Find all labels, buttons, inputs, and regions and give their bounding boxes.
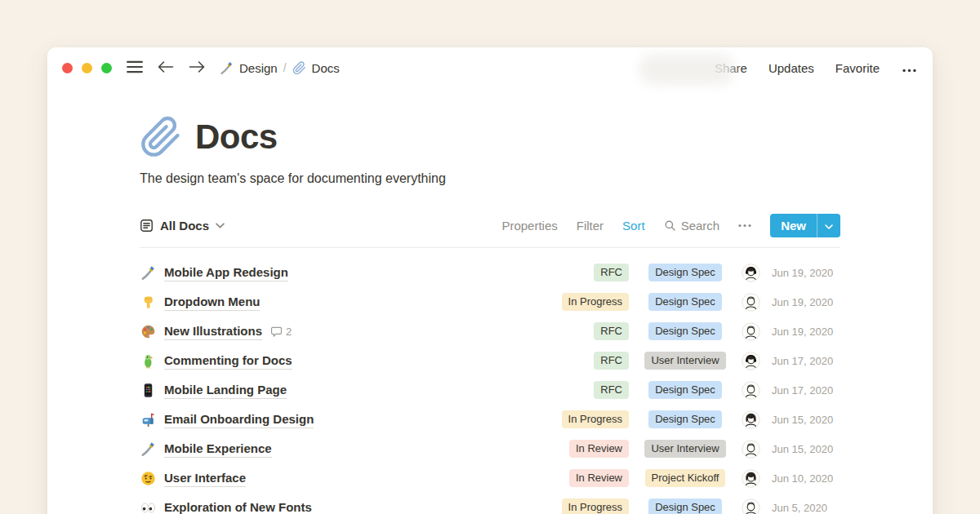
properties-button[interactable]: Properties — [501, 219, 557, 233]
category-badge: User Interview — [644, 440, 725, 458]
comment-count[interactable]: 2 — [270, 326, 292, 338]
more-options-button[interactable] — [901, 60, 918, 77]
doc-title-link[interactable]: Mobile Experience — [164, 441, 272, 458]
filter-button[interactable]: Filter — [577, 219, 604, 233]
status-cell: In Progress — [550, 410, 629, 428]
doc-title-link[interactable]: New Illustrations — [164, 323, 262, 340]
woman-headphones-avatar — [742, 352, 760, 370]
category-cell: User Interview — [642, 440, 728, 458]
category-badge: Design Spec — [648, 322, 722, 340]
doc-date: Jun 19, 2020 — [772, 326, 840, 338]
doc-row[interactable]: User InterfaceIn ReviewProject KickoffJu… — [140, 463, 840, 493]
breadcrumb-separator: / — [283, 61, 287, 74]
parrot-emoji — [140, 353, 157, 369]
status-cell: RFC — [550, 264, 629, 281]
doc-date: Jun 15, 2020 — [772, 443, 840, 455]
point-down-emoji — [140, 295, 157, 310]
category-cell: User Interview — [642, 352, 728, 370]
doc-row[interactable]: Dropdown MenuIn ProgressDesign SpecJun 1… — [140, 287, 840, 317]
category-cell: Project Kickoff — [642, 469, 728, 487]
row-meta: RFCDesign SpecJun 17, 2020 — [550, 381, 840, 400]
status-cell: In Review — [550, 469, 629, 487]
man-avatar — [742, 440, 760, 459]
paperclip-emoji[interactable] — [140, 116, 182, 158]
chevron-down-icon — [216, 223, 225, 228]
status-badge: RFC — [594, 352, 629, 370]
status-badge: In Progress — [562, 410, 629, 428]
status-cell: In Progress — [550, 498, 629, 514]
row-meta: In ProgressDesign SpecJun 15, 2020 — [550, 410, 840, 429]
ellipsis-icon — [738, 224, 751, 228]
forward-arrow-icon — [189, 60, 205, 76]
doc-row[interactable]: New Illustrations2RFCDesign SpecJun 19, … — [140, 317, 840, 346]
page-header: Docs — [140, 116, 840, 158]
doc-date: Jun 10, 2020 — [772, 472, 840, 485]
row-meta: RFCDesign SpecJun 19, 2020 — [550, 322, 840, 341]
row-meta: In ProgressDesign SpecJun 19, 2020 — [550, 293, 840, 312]
category-cell: Design Spec — [642, 293, 728, 311]
minimize-button[interactable] — [82, 63, 92, 73]
status-badge: RFC — [594, 264, 629, 281]
doc-title-link[interactable]: Exploration of New Fonts — [164, 499, 312, 514]
woman-headphones-avatar — [742, 264, 760, 282]
favorite-button[interactable]: Favorite — [835, 61, 880, 75]
toolbar-actions: Properties Filter Sort Search New — [501, 214, 840, 237]
doc-title-link[interactable]: Mobile Landing Page — [164, 382, 287, 399]
doc-row[interactable]: Exploration of New FontsIn ProgressDesig… — [140, 493, 840, 514]
forward-button[interactable] — [187, 59, 207, 78]
back-button[interactable] — [156, 59, 176, 78]
man-avatar — [742, 322, 760, 341]
search-button[interactable]: Search — [664, 219, 720, 233]
doc-date: Jun 5, 2020 — [772, 502, 840, 514]
new-button[interactable]: New — [770, 214, 817, 237]
doc-title-link[interactable]: Mobile App Redesign — [164, 264, 288, 281]
breadcrumb-item-docs[interactable]: Docs — [292, 61, 340, 75]
palette-emoji — [140, 324, 157, 339]
toolbar-divider — [140, 247, 840, 248]
new-dropdown-button[interactable] — [817, 214, 840, 237]
doc-row[interactable]: Mobile App RedesignRFCDesign SpecJun 19,… — [140, 258, 840, 287]
doc-date: Jun 19, 2020 — [772, 267, 840, 279]
doc-title-link[interactable]: Commenting for Docs — [164, 352, 292, 370]
doc-row[interactable]: Mobile ExperienceIn ReviewUser Interview… — [140, 434, 840, 463]
breadcrumb-label: Docs — [312, 61, 340, 75]
status-cell: In Progress — [550, 293, 629, 311]
view-selector[interactable]: All Docs — [140, 219, 225, 233]
category-badge: Design Spec — [648, 381, 722, 399]
list-view-icon — [140, 219, 154, 233]
search-label: Search — [681, 219, 720, 233]
ghost-highlight-artifact — [639, 54, 735, 85]
category-cell: Design Spec — [642, 498, 728, 514]
docs-list: Mobile App RedesignRFCDesign SpecJun 19,… — [140, 258, 840, 514]
close-button[interactable] — [62, 63, 73, 73]
doc-date: Jun 17, 2020 — [772, 355, 840, 367]
view-toolbar: All Docs Properties Filter Sort Search N… — [140, 212, 840, 238]
updates-button[interactable]: Updates — [768, 61, 814, 75]
view-selector-label: All Docs — [160, 219, 209, 233]
paintbrush-emoji — [140, 441, 157, 457]
zoom-button[interactable] — [101, 63, 112, 73]
paintbrush-emoji — [140, 265, 157, 281]
doc-row[interactable]: Email Onboarding DesignIn ProgressDesign… — [140, 405, 840, 434]
doc-title-link[interactable]: User Interface — [164, 470, 246, 487]
status-badge: RFC — [594, 322, 629, 340]
back-arrow-icon — [158, 60, 174, 76]
doc-title-link[interactable]: Dropdown Menu — [164, 294, 260, 311]
sidebar-toggle-button[interactable] — [125, 59, 145, 78]
status-cell: RFC — [550, 352, 629, 370]
breadcrumb-item-design[interactable]: Design — [220, 61, 278, 75]
doc-row[interactable]: Commenting for DocsRFCUser InterviewJun … — [140, 346, 840, 375]
doc-title-link[interactable]: Email Onboarding Design — [164, 411, 314, 428]
category-cell: Design Spec — [642, 264, 728, 281]
category-cell: Design Spec — [642, 322, 728, 340]
view-more-button[interactable] — [738, 224, 751, 228]
doc-row[interactable]: Mobile Landing PageRFCDesign SpecJun 17,… — [140, 375, 840, 405]
category-cell: Design Spec — [642, 381, 728, 399]
raised-eyebrow-emoji — [140, 471, 157, 486]
sort-button[interactable]: Sort — [622, 219, 645, 233]
paperclip-emoji — [292, 61, 306, 75]
row-meta: In ReviewProject KickoffJun 10, 2020 — [550, 469, 840, 488]
category-badge: Design Spec — [648, 293, 722, 311]
paintbrush-emoji — [220, 61, 234, 75]
mobile-phone-emoji — [140, 383, 157, 398]
